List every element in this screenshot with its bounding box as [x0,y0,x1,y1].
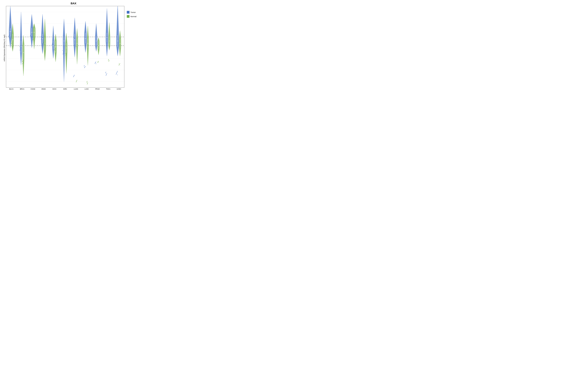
svg-rect-234 [42,37,43,37]
svg-rect-177 [31,34,31,35]
svg-rect-413 [73,37,73,38]
svg-rect-719 [119,63,119,64]
svg-rect-531 [98,41,99,49]
chart-container: BAX mRNA Expression (RNASeq V2, log2) 67… [3,2,144,90]
svg-rect-184 [34,40,34,41]
legend-color-normal [127,15,130,18]
x-label-luad: LUAD [70,88,81,90]
x-axis-labels: BLCABRCACOADHNSCKICHKIRCLUADLUSCPRADTHCA… [6,88,124,90]
svg-rect-79 [12,42,12,42]
svg-rect-108 [21,47,21,47]
svg-rect-487 [85,66,86,67]
svg-rect-387 [66,53,66,54]
svg-rect-241 [41,36,41,37]
svg-rect-537 [96,64,96,64]
x-label-ucec: UCEC [113,88,124,90]
svg-rect-364 [63,50,63,50]
svg-rect-390 [65,53,65,53]
x-label-coad: COAD [27,88,38,90]
svg-rect-717 [120,63,120,64]
svg-rect-31 [10,36,10,37]
svg-rect-561 [96,62,96,62]
svg-rect-158 [32,36,32,36]
svg-rect-689 [117,71,118,71]
svg-rect-339 [66,43,67,53]
legend-item-normal: Normal [127,15,144,18]
svg-rect-401 [75,34,75,44]
svg-rect-403 [77,39,77,47]
svg-rect-437 [77,46,77,47]
svg-rect-113 [20,46,20,46]
svg-rect-337 [64,36,64,46]
svg-rect-663 [117,75,118,75]
svg-rect-134 [23,62,24,62]
svg-rect-305 [53,43,53,43]
svg-rect-690 [120,65,120,66]
svg-rect-529 [96,36,96,46]
svg-rect-595 [109,36,110,46]
svg-rect-659 [120,39,120,48]
plot-area-wrapper: 6789101112 BLCABRCACOADHNSCKICHKIRCLUADL… [6,6,124,90]
svg-rect-145 [32,28,32,36]
chart-body: mRNA Expression (RNASeq V2, log2) 678910… [3,6,144,90]
svg-rect-147 [34,28,35,36]
svg-rect-58 [12,44,13,44]
legend-item-tumor: Tumor [127,11,144,14]
svg-rect-564 [98,62,99,63]
x-label-hnsc: HNSC [38,88,49,90]
svg-rect-640 [109,60,109,60]
svg-rect-311 [55,50,56,50]
svg-rect-261 [45,43,45,43]
svg-rect-514 [88,83,88,83]
svg-rect-411 [75,38,75,38]
legend-label-normal: Normal [130,16,136,17]
svg-rect-211 [45,38,45,50]
x-label-kich: KICH [49,88,60,90]
svg-rect-271 [44,42,44,42]
svg-rect-657 [117,35,118,47]
x-label-kirc: KIRC [60,88,70,90]
x-label-lusc: LUSC [81,88,92,90]
svg-rect-465 [85,33,86,43]
svg-rect-527 [87,81,87,81]
svg-rect-81 [21,41,21,53]
x-label-blca: BLCA [6,88,17,90]
svg-rect-433 [74,75,75,75]
svg-rect-209 [42,34,43,43]
legend-area: Tumor Normal [124,6,144,90]
svg-rect-467 [87,39,88,48]
svg-rect-440 [76,46,76,46]
svg-rect-49 [9,34,10,35]
svg-rect-614 [107,73,107,73]
x-label-thca: THCA [103,88,113,90]
svg-rect-593 [107,33,107,42]
svg-rect-83 [23,44,24,60]
x-label-brca: BRCA [17,88,27,90]
svg-rect-625 [106,72,106,72]
svg-rect-284 [53,45,53,45]
legend-color-tumor [127,11,130,14]
svg-rect-591 [98,61,99,61]
violin-svg: 6789101112 [6,6,124,87]
chart-title: BAX [71,2,76,5]
svg-rect-497 [84,65,85,66]
svg-rect-655 [109,59,109,59]
svg-rect-361 [64,51,64,51]
x-label-prad: PRAD [92,88,103,90]
plot-area: 6789101112 [6,6,124,88]
y-axis-label: mRNA Expression (RNASeq V2, log2) [3,6,6,90]
svg-rect-207 [34,39,34,39]
svg-rect-275 [55,41,56,53]
svg-rect-17 [10,28,10,38]
legend-label-tumor: Tumor [130,11,136,13]
svg-rect-143 [22,61,23,61]
svg-rect-463 [77,80,77,80]
svg-rect-335 [55,48,56,49]
